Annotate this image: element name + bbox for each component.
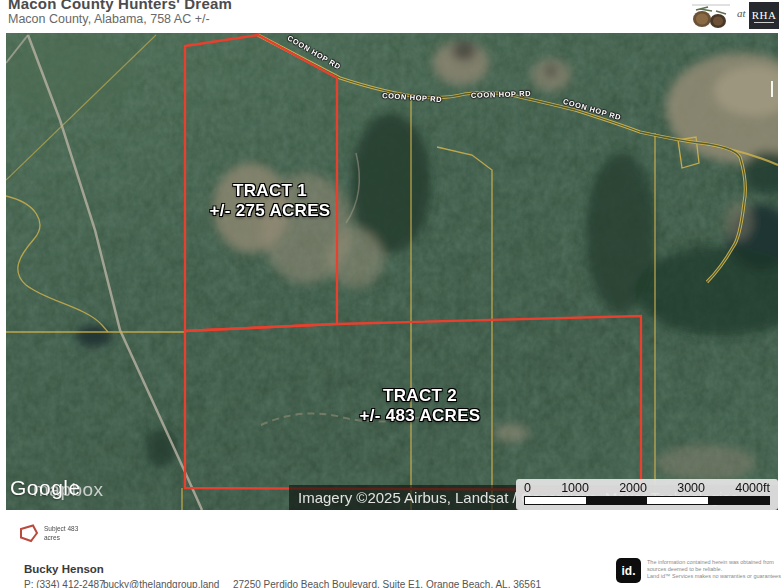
logo-connector-text: at — [737, 7, 746, 19]
map-scale-bar: 0 1000 2000 3000 4000ft — [516, 479, 778, 510]
tract-1-label: TRACT 1 +/- 275 ACRES — [170, 181, 370, 221]
tract-1-acreage: +/- 275 ACRES — [170, 201, 370, 221]
pinecone-logo — [688, 1, 734, 31]
subject-parcel-icon — [18, 524, 40, 543]
agent-email-link[interactable]: bucky@thelandgroup.land — [103, 579, 219, 588]
scale-tick-last: 4000ft — [735, 481, 770, 495]
tract-2-name: TRACT 2 — [320, 386, 520, 406]
rha-logo-text: RHA — [752, 9, 777, 21]
tract-1-name: TRACT 1 — [170, 181, 370, 201]
page-title: Macon County Hunters' Dream — [8, 0, 232, 12]
scale-tick: 1000 — [561, 481, 589, 495]
legend-subject-line1: Subject 483 — [44, 525, 78, 534]
rha-logo: RHA — [749, 2, 779, 29]
tract-2-label: TRACT 2 +/- 483 ACRES — [320, 386, 520, 426]
agent-name: Bucky Henson — [24, 563, 104, 575]
disclaimer-text: The information contained herein was obt… — [647, 559, 781, 580]
scale-bar-segments — [524, 496, 770, 505]
satellite-imagery — [6, 33, 778, 510]
scale-tick: 2000 — [619, 481, 647, 495]
disclaimer-line3: Land id™ Services makes no warranties or… — [647, 573, 781, 580]
legend-subject-label: Subject 483 acres — [44, 525, 78, 543]
map-canvas: TRACT 1 +/- 275 ACRES TRACT 2 +/- 483 AC… — [6, 33, 778, 510]
tract-2-acreage: +/- 483 ACRES — [320, 406, 520, 426]
land-id-logo: id. — [616, 558, 641, 583]
office-address: 27250 Perdido Beach Boulevard, Suite E1,… — [233, 579, 541, 588]
google-logo: Google — [10, 476, 81, 500]
land-id-logo-text: id. — [622, 564, 636, 578]
disclaimer-line1: The information contained herein was obt… — [647, 559, 781, 566]
page-subtitle: Macon County, Alabama, 758 AC +/- — [8, 12, 210, 26]
legend-subject-line2: acres — [44, 534, 78, 543]
scale-tick: 3000 — [677, 481, 705, 495]
agent-phone: P: (334) 412-2487 — [24, 579, 105, 588]
scale-tick: 0 — [524, 481, 531, 495]
scale-tick-labels: 0 1000 2000 3000 4000ft — [524, 481, 770, 495]
disclaimer-line2: sources deemed to be reliable. — [647, 566, 781, 573]
